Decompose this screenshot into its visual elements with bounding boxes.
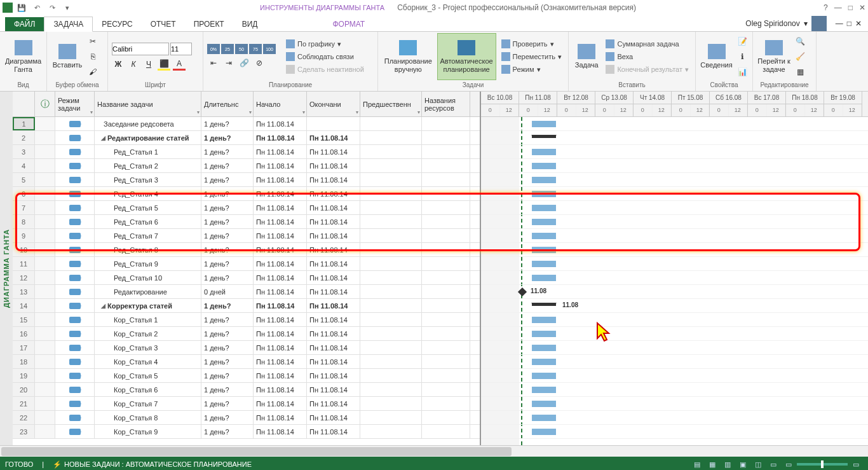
user-dropdown-icon[interactable]: ▾ [804,19,808,28]
manual-planning-button[interactable]: Планирование вручную [382,33,435,80]
row-duration[interactable]: 1 день? [201,425,254,438]
row-resources[interactable] [422,327,470,340]
gantt-row[interactable] [481,187,868,201]
row-info[interactable] [35,411,55,424]
row-resources[interactable] [422,187,470,200]
row-start[interactable]: Пн 11.08.14 [254,173,307,186]
pct-0-button[interactable]: 0% [207,44,220,54]
gantt-row[interactable]: 11.08 [481,299,868,313]
deliverable-button[interactable]: Конечный результат ▾ [603,64,691,75]
row-finish[interactable]: Пн 11.08.14 [307,355,360,368]
row-id[interactable]: 22 [13,411,35,424]
task-bar[interactable] [532,149,556,155]
check-button[interactable]: Проверить ▾ [499,38,564,50]
table-row[interactable]: 7Ред_Статья 51 день?Пн 11.08.14Пн 11.08.… [13,201,480,215]
row-resources[interactable] [422,243,470,256]
notes-icon[interactable]: 📝 [736,35,749,48]
gantt-row[interactable] [481,201,868,215]
row-resources[interactable] [422,383,470,396]
row-resources[interactable] [422,313,470,326]
row-start[interactable]: Пн 11.08.14 [254,201,307,214]
row-id[interactable]: 10 [13,243,35,256]
table-row[interactable]: 21Кор_Статья 71 день?Пн 11.08.14Пн 11.08… [13,397,480,411]
row-predecessors[interactable] [360,271,422,284]
row-predecessors[interactable] [360,425,422,438]
row-resources[interactable] [422,285,470,298]
row-id[interactable]: 1 [13,117,35,130]
task-bar[interactable] [532,387,556,393]
row-info[interactable] [35,159,55,172]
row-mode[interactable] [55,173,95,186]
row-resources[interactable] [422,397,470,410]
row-predecessors[interactable] [360,215,422,228]
view-report-icon[interactable]: ▭ [766,459,780,470]
row-predecessors[interactable] [360,285,422,298]
row-finish[interactable]: Пн 11.08.14 [307,313,360,326]
row-name[interactable]: Редактирование [95,285,201,298]
row-mode[interactable] [55,201,95,214]
row-name[interactable]: Заседание редсовета [95,117,201,130]
row-info[interactable] [35,215,55,228]
help-icon[interactable]: ? [824,3,828,12]
row-duration[interactable]: 1 день? [201,201,254,214]
row-id[interactable]: 4 [13,159,35,172]
row-finish[interactable]: Пн 11.08.14 [307,327,360,340]
row-id[interactable]: 21 [13,397,35,410]
user-block[interactable]: Oleg Spiridonov ▾ — □ ✕ [745,16,868,31]
row-resources[interactable] [422,201,470,214]
row-predecessors[interactable] [360,131,422,144]
row-duration[interactable]: 1 день? [201,173,254,186]
row-predecessors[interactable] [360,257,422,270]
row-name[interactable]: Кор_Статья 8 [95,411,201,424]
format-painter-icon[interactable]: 🖌 [86,66,99,78]
row-info[interactable] [35,355,55,368]
window-restore-icon[interactable]: □ [847,19,851,28]
row-duration[interactable]: 1 день? [201,383,254,396]
row-resources[interactable] [422,117,470,130]
gantt-row[interactable] [481,243,868,257]
task-bar[interactable] [532,247,556,253]
row-info[interactable] [35,271,55,284]
row-mode[interactable] [55,243,95,256]
gantt-row[interactable] [481,369,868,383]
row-duration[interactable]: 1 день? [201,257,254,270]
row-name[interactable]: Ред_Статья 5 [95,201,201,214]
by-schedule-button[interactable]: По графику ▾ [283,38,367,50]
row-finish[interactable]: Пн 11.08.14 [307,159,360,172]
row-predecessors[interactable] [360,187,422,200]
row-duration[interactable]: 1 день? [201,341,254,354]
col-header-predecessors[interactable]: Предшественн▾ [360,92,422,116]
row-mode[interactable] [55,313,95,326]
row-id[interactable]: 8 [13,215,35,228]
table-row[interactable]: 23Кор_Статья 91 день?Пн 11.08.14Пн 11.08… [13,425,480,439]
task-bar[interactable] [532,191,556,197]
row-start[interactable]: Пн 11.08.14 [254,131,307,144]
row-duration[interactable]: 1 день? [201,215,254,228]
row-name[interactable]: Ред_Статья 8 [95,243,201,256]
table-row[interactable]: 19Кор_Статья 51 день?Пн 11.08.14Пн 11.08… [13,369,480,383]
task-bar[interactable] [532,317,556,323]
row-mode[interactable] [55,187,95,200]
table-row[interactable]: 5Ред_Статья 31 день?Пн 11.08.14Пн 11.08.… [13,173,480,187]
row-finish[interactable]: Пн 11.08.14 [307,257,360,270]
horizontal-scrollbar[interactable] [0,445,868,457]
tab-report[interactable]: ОТЧЕТ [142,17,185,31]
row-duration[interactable]: 1 день? [201,355,254,368]
table-row[interactable]: 11Ред_Статья 91 день?Пн 11.08.14Пн 11.08… [13,257,480,271]
indent-icon[interactable]: ⇥ [222,57,235,69]
font-size-input[interactable] [170,43,192,55]
tab-project[interactable]: ПРОЕКТ [185,17,233,31]
row-resources[interactable] [422,131,470,144]
unlink-icon[interactable]: ⊘ [253,57,266,69]
row-start[interactable]: Пн 11.08.14 [254,355,307,368]
scroll-thumb-left[interactable] [1,447,459,456]
row-predecessors[interactable] [360,313,422,326]
grid-body[interactable]: 1Заседание редсовета1 день?Пн 11.08.142◢… [13,117,480,445]
gantt-row[interactable] [481,257,868,271]
paste-button[interactable]: Вставить [51,33,84,80]
task-bar[interactable] [532,163,556,169]
tab-file[interactable]: ФАЙЛ [5,17,44,31]
gantt-row[interactable] [481,355,868,369]
row-mode[interactable] [55,369,95,382]
row-mode[interactable] [55,117,95,130]
